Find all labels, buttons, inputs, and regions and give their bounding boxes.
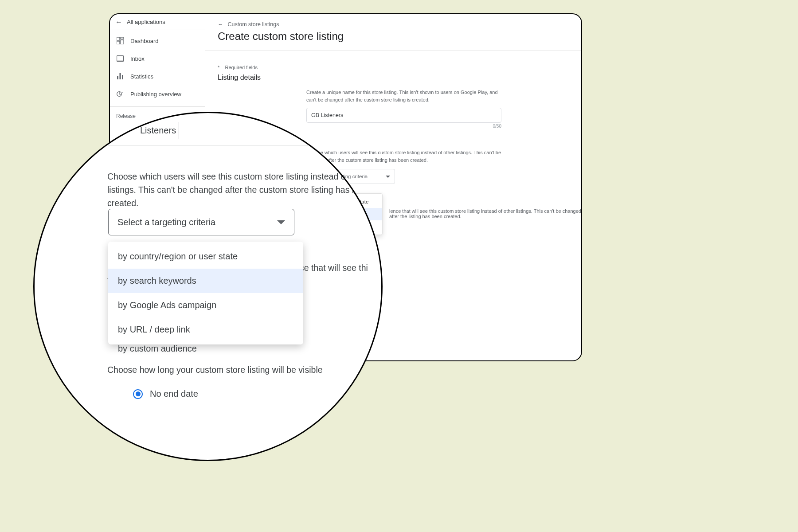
breadcrumb-label: Custom store listings	[228, 21, 279, 27]
svg-rect-2	[117, 41, 120, 44]
required-note: * – Required fields	[218, 65, 569, 70]
magnified-targeting-dropdown: by country/region or user state by searc…	[108, 242, 303, 344]
magnified-select-value: Select a targeting criteria	[117, 217, 215, 227]
dropdown-option[interactable]: by Google Ads campaign	[108, 293, 303, 317]
dropdown-option[interactable]: by URL / deep link	[108, 317, 303, 342]
svg-rect-5	[117, 60, 124, 62]
dropdown-option[interactable]: by country/region or user state	[108, 244, 303, 269]
listing-name-value: GB Listeners	[311, 112, 343, 118]
page-title: Create custom store listing	[218, 30, 569, 50]
sidebar-item-publishing[interactable]: Publishing overview	[110, 85, 205, 103]
publishing-icon	[116, 90, 124, 98]
arrow-left-icon: ←	[218, 21, 223, 27]
magnified-targeting-help: Choose which users will see this custom …	[107, 170, 383, 210]
inbox-icon	[116, 55, 124, 63]
svg-rect-7	[120, 73, 121, 79]
caret-down-icon	[386, 176, 390, 178]
statistics-icon	[116, 72, 124, 80]
arrow-left-icon: ←	[115, 18, 122, 26]
sidebar-item-label: Inbox	[130, 55, 145, 62]
caret-down-icon	[277, 220, 285, 224]
audience-help-fragment: ience that will see this custom store li…	[389, 208, 581, 219]
sidebar-item-statistics[interactable]: Statistics	[110, 67, 205, 85]
divider	[205, 51, 581, 51]
magnifier-lens: Listeners Choose which users will see th…	[33, 112, 383, 461]
svg-rect-1	[121, 37, 124, 39]
dropdown-option-selected[interactable]: by search keywords	[108, 269, 303, 293]
svg-rect-3	[121, 40, 124, 44]
magnified-targeting-select[interactable]: Select a targeting criteria	[108, 209, 294, 235]
radio-label: No end date	[150, 389, 198, 399]
sidebar-item-dashboard[interactable]: Dashboard	[110, 32, 205, 50]
sidebar-back[interactable]: ← All applications	[110, 14, 205, 30]
targeting-help-text: Choose which users will see this custom …	[306, 149, 501, 164]
magnified-duration-help: Choose how long your custom store listin…	[107, 365, 323, 375]
sidebar-item-label: Dashboard	[130, 38, 159, 44]
magnified-input-value[interactable]: Listeners	[137, 122, 179, 139]
char-counter: 0/50	[306, 124, 501, 129]
radio-selected-icon	[133, 389, 143, 399]
dashboard-icon	[116, 37, 124, 45]
sidebar-back-label: All applications	[127, 19, 165, 25]
section-title: Listing details	[218, 74, 569, 82]
sidebar-item-label: Statistics	[130, 73, 153, 80]
svg-rect-6	[117, 76, 118, 79]
name-help-text: Create a unique name for this store list…	[306, 89, 501, 103]
sidebar-item-label: Publishing overview	[130, 91, 181, 98]
dropdown-option[interactable]: by custom audience	[118, 344, 197, 354]
listing-name-input[interactable]: GB Listeners	[306, 108, 501, 123]
breadcrumb[interactable]: ← Custom store listings	[218, 21, 569, 27]
duration-radio-no-end-date[interactable]: No end date	[133, 389, 198, 399]
svg-rect-0	[117, 37, 120, 40]
svg-rect-8	[122, 75, 123, 79]
sidebar-item-inbox[interactable]: Inbox	[110, 50, 205, 67]
